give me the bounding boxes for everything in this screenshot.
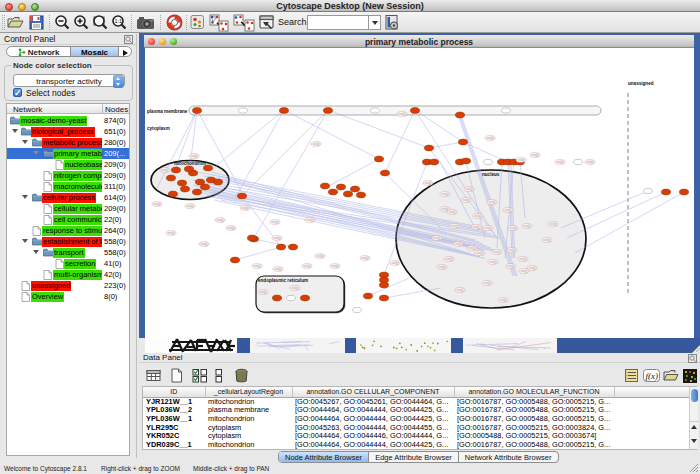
svg-text:xxx(g): xxx(g) <box>275 267 282 271</box>
svg-text:xxx(g): xxx(g) <box>494 250 501 254</box>
svg-text:nucleus: nucleus <box>482 172 500 177</box>
svg-text:xxx(g): xxx(g) <box>520 257 527 261</box>
svg-text:xxx(g): xxx(g) <box>489 200 496 204</box>
svg-text:xxx(g): xxx(g) <box>508 264 515 268</box>
svg-text:xxx(g): xxx(g) <box>557 160 564 164</box>
svg-text:xxx(g): xxx(g) <box>392 261 399 265</box>
svg-text:mitochondrion: mitochondrion <box>174 161 206 166</box>
svg-text:xxx(g): xxx(g) <box>187 204 194 208</box>
svg-text:xxx(g): xxx(g) <box>475 214 482 218</box>
svg-text:xxx(g): xxx(g) <box>191 154 198 158</box>
svg-text:xxx(g): xxx(g) <box>260 290 267 294</box>
svg-text:xxx(g): xxx(g) <box>521 269 528 273</box>
svg-text:endoplasmic reticulum: endoplasmic reticulum <box>258 278 308 283</box>
svg-text:xxx(g): xxx(g) <box>274 236 281 240</box>
svg-text:xxx(g): xxx(g) <box>307 218 314 222</box>
svg-text:xxx(g): xxx(g) <box>587 160 594 164</box>
svg-text:xxx(g): xxx(g) <box>455 242 462 246</box>
svg-text:xxx(g): xxx(g) <box>485 226 492 230</box>
svg-text:xxx(g): xxx(g) <box>484 281 491 285</box>
svg-text:xxx(g): xxx(g) <box>529 266 536 270</box>
svg-text:cytoplasm: cytoplasm <box>147 126 170 131</box>
svg-text:xxx(g): xxx(g) <box>425 181 432 185</box>
svg-text:xxx(g): xxx(g) <box>449 210 456 214</box>
svg-text:xxx(g): xxx(g) <box>473 225 480 229</box>
svg-text:xxx(g): xxx(g) <box>242 206 249 210</box>
svg-text:xxx(g): xxx(g) <box>446 257 453 261</box>
svg-text:xxx(g): xxx(g) <box>168 231 175 235</box>
svg-text:xxx(g): xxx(g) <box>510 226 517 230</box>
svg-text:unassigned: unassigned <box>628 81 654 86</box>
svg-text:xxx(g): xxx(g) <box>550 222 557 226</box>
svg-text:xxx(g): xxx(g) <box>544 238 551 242</box>
svg-text:xxx(g): xxx(g) <box>477 251 484 255</box>
svg-text:xxx(g): xxx(g) <box>292 286 299 290</box>
svg-text:xxx(g): xxx(g) <box>469 246 476 250</box>
svg-text:xxx(g): xxx(g) <box>154 202 161 206</box>
svg-text:xxx(g): xxx(g) <box>487 136 494 140</box>
svg-text:xxx(g): xxx(g) <box>317 254 324 258</box>
svg-text:xxx(g): xxx(g) <box>509 248 516 252</box>
svg-text:xxx(g): xxx(g) <box>490 260 497 264</box>
svg-text:xxx(g): xxx(g) <box>463 198 470 202</box>
svg-text:xxx(g): xxx(g) <box>228 226 235 230</box>
svg-text:xxx(g): xxx(g) <box>254 264 261 268</box>
svg-text:xxx(g): xxx(g) <box>500 298 507 302</box>
svg-text:xxx(g): xxx(g) <box>505 208 512 212</box>
svg-text:xxx(g): xxx(g) <box>272 220 279 224</box>
svg-text:xxx(g): xxx(g) <box>442 192 449 196</box>
svg-text:xxx(g): xxx(g) <box>313 142 320 146</box>
svg-text:xxx(g): xxx(g) <box>532 153 539 157</box>
svg-text:xxx(g): xxx(g) <box>162 168 169 172</box>
svg-text:xxx(g): xxx(g) <box>524 224 531 228</box>
svg-text:xxx(g): xxx(g) <box>201 242 208 246</box>
svg-text:xxx(g): xxx(g) <box>362 256 369 260</box>
svg-text:xxx(g): xxx(g) <box>304 264 311 268</box>
svg-text:xxx(g): xxx(g) <box>434 236 441 240</box>
svg-text:1:1: 1:1 <box>114 18 122 24</box>
svg-text:xxx(g): xxx(g) <box>457 288 464 292</box>
svg-text:xxx(g): xxx(g) <box>452 224 459 228</box>
svg-text:xxx(g): xxx(g) <box>217 218 224 222</box>
svg-text:xxx(g): xxx(g) <box>332 264 339 268</box>
svg-text:xxx(g): xxx(g) <box>399 112 406 116</box>
svg-text:xxx(g): xxx(g) <box>466 187 473 191</box>
svg-text:xxx(g): xxx(g) <box>518 158 525 162</box>
svg-text:f(x): f(x) <box>646 370 659 380</box>
svg-text:xxx(g): xxx(g) <box>439 265 446 269</box>
svg-text:plasma membrane: plasma membrane <box>147 109 188 114</box>
